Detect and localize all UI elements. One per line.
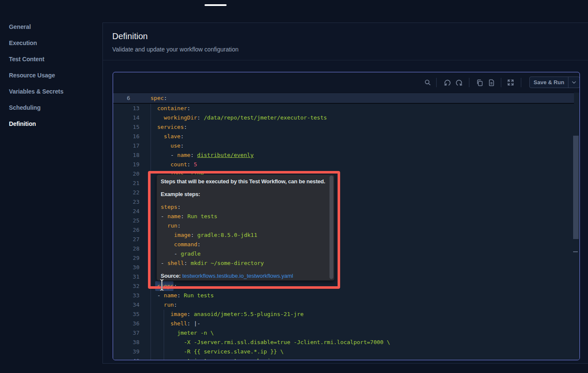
yaml-value-link[interactable]: distribute/evenly <box>197 152 254 158</box>
code-line-35[interactable]: 35 image: anasoid/jmeter:5.5-plugins-21-… <box>113 310 579 319</box>
code-token <box>161 232 174 238</box>
code-token: : <box>177 222 181 229</box>
code-token: gradle:8.5.0-jdk11 <box>197 232 257 238</box>
code-line-14[interactable]: 14 workingDir: /data/repo/test/jmeter/ex… <box>113 113 579 122</box>
line-number: 19 <box>113 160 139 169</box>
document-icon[interactable] <box>487 78 496 87</box>
search-icon[interactable] <box>423 78 432 87</box>
line-number: 36 <box>113 319 139 328</box>
code-line-40[interactable]: 40 -t jmeter-executor-smoke.jmx <box>113 356 579 360</box>
tooltip-source-link[interactable]: testworkflows.testkube.io_testworkflows.… <box>182 273 293 279</box>
line-content: -R {{ services.slave.*.ip }} \ <box>151 347 284 356</box>
code-token: : <box>180 133 184 140</box>
code-token: - <box>151 152 177 158</box>
code-token: command <box>174 241 197 248</box>
line-content: use: <box>151 141 184 151</box>
line-number: 23 <box>113 197 139 207</box>
sidebar-item-general[interactable]: General <box>0 19 102 35</box>
code-token: steps <box>157 283 174 289</box>
app: { "colors": { "page_bg": "#0c1322", "car… <box>0 0 588 373</box>
code-token: anasoid/jmeter:5.5-plugins-21-jre <box>194 311 304 317</box>
code-token <box>151 114 164 121</box>
tooltip-code-line: - name: Run tests <box>161 212 217 221</box>
redo-icon[interactable] <box>454 78 463 87</box>
expand-icon[interactable] <box>506 78 515 87</box>
code-token <box>151 339 184 345</box>
code-line-39[interactable]: 39 -R {{ services.slave.*.ip }} \ <box>113 347 579 356</box>
code-token <box>151 124 157 130</box>
chevron-down-icon[interactable] <box>568 77 579 88</box>
line-number: 13 <box>113 104 139 113</box>
code-line-18[interactable]: 18 - name: distribute/evenly <box>113 151 579 160</box>
code-token: : <box>187 320 190 327</box>
sidebar-item-test-content[interactable]: Test Content <box>0 51 102 67</box>
code-token: image <box>174 232 190 238</box>
toolbar-divider <box>436 78 437 87</box>
code-token: : <box>184 124 187 130</box>
code-token: spec <box>151 95 164 101</box>
editor-scrollbar-thumb[interactable] <box>573 136 579 239</box>
sticky-scroll-line[interactable]: 6 spec: <box>113 93 574 104</box>
code-token: Run tests <box>184 292 213 299</box>
copy-icon[interactable] <box>475 78 484 87</box>
code-token: -R {{ services.slave.*.ip }} \ <box>184 348 284 355</box>
code-token: services <box>157 124 184 130</box>
code-token: : <box>180 142 184 149</box>
line-content: slave: <box>151 132 184 141</box>
code-line-33[interactable]: 33 - name: Run tests <box>113 291 579 300</box>
tooltip-code-line: image: gradle:8.5.0-jdk11 <box>161 231 257 240</box>
code-token: : <box>187 105 190 111</box>
code-token <box>194 152 197 158</box>
sidebar-item-scheduling[interactable]: Scheduling <box>0 100 102 116</box>
sidebar-item-definition[interactable]: Definition <box>0 116 102 132</box>
save-run-button[interactable]: Save & Run <box>530 77 568 88</box>
sidebar-item-variables-secrets[interactable]: Variables & Secrets <box>0 83 102 100</box>
hover-tooltip: Steps that will be executed by this Test… <box>156 174 335 281</box>
line-number: 16 <box>113 132 139 141</box>
line-number: 15 <box>113 122 139 132</box>
code-line-15[interactable]: 15 services: <box>113 122 579 132</box>
code-token: steps <box>161 204 177 210</box>
code-token: Run tests <box>187 213 217 219</box>
code-token <box>184 213 187 219</box>
code-token: name <box>177 152 190 158</box>
code-token <box>190 161 194 168</box>
sidebar-item-resource-usage[interactable]: Resource Usage <box>0 67 102 83</box>
sidebar-item-execution[interactable]: Execution <box>0 35 102 51</box>
code-token: |- <box>190 320 200 327</box>
code-token: run <box>168 222 177 229</box>
line-number: 26 <box>113 225 139 235</box>
code-token: - <box>151 292 164 299</box>
code-token: : <box>181 213 184 219</box>
line-number: 21 <box>113 179 139 188</box>
save-run-split-button: Save & Run <box>529 77 580 88</box>
overview-ruler-marker <box>573 251 578 252</box>
code-token <box>151 358 184 360</box>
line-content: shell: |- <box>151 319 200 328</box>
card-header: Definition Validate and update your work… <box>103 23 588 60</box>
code-token: /data/repo/test/jmeter/executor-tests <box>204 114 327 121</box>
code-token: gradle <box>181 251 201 257</box>
code-line-38[interactable]: 38 -X -Jserver.rmi.ssl.disable=true -Jcl… <box>113 338 579 347</box>
code-line-16[interactable]: 16 slave: <box>113 132 579 141</box>
toolbar-divider <box>469 78 469 87</box>
code-token <box>194 232 197 238</box>
line-content: steps: <box>151 282 177 291</box>
code-token: name <box>164 292 177 299</box>
code-line-13[interactable]: 13 container: <box>113 104 579 113</box>
undo-icon[interactable] <box>443 78 452 87</box>
code-line-34[interactable]: 34 run: <box>113 300 579 310</box>
code-token: jmeter -n \ <box>177 330 214 336</box>
line-number: 24 <box>113 207 139 216</box>
code-line-36[interactable]: 36 shell: |- <box>113 319 579 328</box>
editor-scrollbar[interactable] <box>573 93 579 360</box>
line-number: 20 <box>113 169 139 179</box>
code-line-17[interactable]: 17 use: <box>113 141 579 151</box>
code-line-19[interactable]: 19 count: 5 <box>113 160 579 169</box>
tooltip-example-label: Example steps: <box>161 190 200 199</box>
line-content: count: 5 <box>151 160 197 169</box>
tooltip-scrollbar-thumb[interactable] <box>330 176 333 279</box>
code-line-32[interactable]: 32 steps: <box>113 282 579 291</box>
code-token: - <box>161 213 168 219</box>
code-line-37[interactable]: 37 jmeter -n \ <box>113 328 579 338</box>
